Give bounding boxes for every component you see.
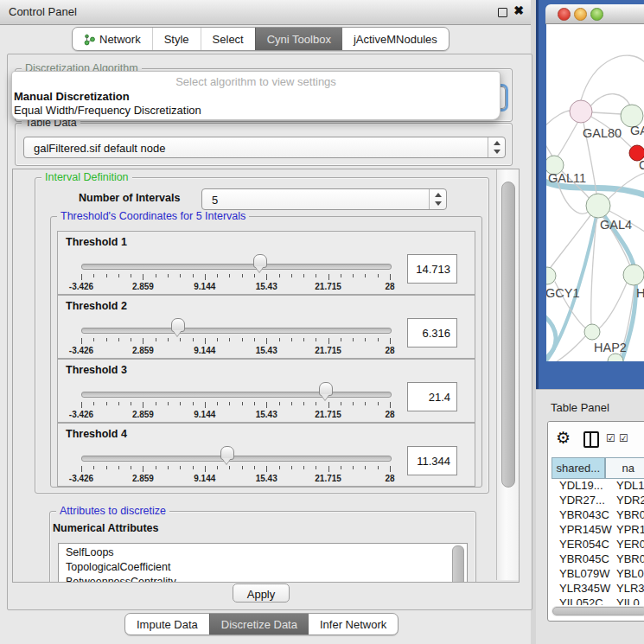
bottom-tab-infer-network[interactable]: Infer Network (309, 614, 398, 634)
threshold-3-slider-track[interactable] (81, 392, 392, 398)
list-scrollbar[interactable] (452, 545, 464, 583)
number-of-intervals-select[interactable]: 5 (201, 188, 447, 210)
table-row[interactable]: YBR045CYBR0 (552, 552, 644, 567)
top-tab-select[interactable]: Select (201, 28, 255, 50)
cell-shared-name: YBR043C (559, 508, 609, 521)
slider-tick (229, 274, 230, 277)
attribute-item-betweennesscentrality[interactable]: BetweennessCentrality (66, 575, 176, 583)
dropdown-option-equal-width[interactable]: Equal Width/Frequency Discretization (14, 103, 498, 118)
table-row[interactable]: YBR043CYBR0 (552, 508, 644, 523)
table-row[interactable]: YBL079WYBL0 (552, 567, 644, 582)
threshold-1-slider-thumb[interactable] (253, 254, 267, 268)
slider-tick (378, 338, 379, 341)
scrollbar-thumb[interactable] (501, 182, 515, 488)
table-row[interactable]: YLR345WYLR3 (552, 582, 644, 596)
slider-tick (205, 274, 206, 280)
slider-tick (131, 274, 131, 277)
slider-tick (229, 402, 230, 405)
table-data-select[interactable]: galFiltered.sif default node (23, 137, 506, 158)
column-header-na[interactable]: na (605, 457, 644, 479)
table-row[interactable]: YDR27...YDR2 (552, 494, 644, 508)
table-horizontal-scrollbar[interactable] (552, 606, 644, 616)
threshold-1-panel: Threshold 1-3.4262.8599.14415.4321.71528… (57, 231, 475, 295)
column-header-shared[interactable]: shared... (552, 457, 605, 479)
split-view-icon[interactable] (583, 431, 599, 448)
slider-tick (303, 466, 304, 469)
slider-tick (81, 274, 82, 280)
slider-tick-label: 21.715 (315, 410, 341, 419)
threshold-3-slider-thumb[interactable] (319, 382, 333, 396)
slider-tick (242, 338, 243, 341)
threshold-1-slider-track[interactable] (81, 264, 392, 270)
slider-tick (341, 402, 341, 405)
table-row[interactable]: YIL052CYIL0 (552, 596, 644, 605)
numerical-attributes-list[interactable]: SelfLoopsTopologicalCoefficientBetweenne… (58, 543, 468, 583)
slider-tick (217, 466, 218, 469)
close-traffic-light-icon[interactable] (558, 8, 571, 21)
slider-tick (365, 402, 366, 405)
network-node-hap2[interactable] (584, 324, 600, 340)
network-edge[interactable] (546, 143, 553, 157)
top-tab-network[interactable]: Network (73, 28, 152, 50)
cell-shared-name: YDR27... (559, 494, 605, 507)
slider-tick (266, 466, 267, 472)
threshold-2-slider-thumb[interactable] (171, 318, 185, 332)
table-row[interactable]: YDL19...YDL1 (552, 479, 644, 494)
threshold-4-slider-track[interactable] (81, 456, 392, 462)
slider-tick (193, 338, 194, 341)
attribute-item-selfloops[interactable]: SelfLoops (66, 545, 114, 560)
number-of-intervals-stepper[interactable] (429, 189, 446, 209)
minimize-traffic-light-icon[interactable] (574, 8, 587, 21)
network-node-label-c: C (639, 158, 644, 172)
slider-tick-label: 21.715 (315, 346, 341, 355)
threshold-4-value-field[interactable]: 11.344 (407, 446, 457, 475)
top-tab-bar: NetworkStyleSelectCyni ToolboxjActiveMNo… (72, 27, 450, 51)
zoom-traffic-light-icon[interactable] (590, 8, 603, 21)
checkbox-icon[interactable]: ☑ (606, 432, 616, 444)
dropdown-option-manual-discretization[interactable]: Manual Discretization (14, 89, 498, 104)
bottom-tab-impute-data[interactable]: Impute Data (125, 614, 209, 634)
network-edge[interactable] (546, 316, 556, 358)
network-edge[interactable] (590, 94, 630, 107)
scrollbar-vertical[interactable] (496, 169, 519, 580)
table-data-select-stepper[interactable] (488, 137, 505, 157)
table-row[interactable]: YPR145WYPR1 (552, 523, 644, 538)
apply-button[interactable]: Apply (233, 583, 290, 603)
close-icon[interactable]: ✖ (513, 3, 524, 17)
network-node-gal80-neighbor[interactable] (570, 100, 592, 123)
network-window-titlebar[interactable] (545, 4, 644, 24)
top-tab-jactivemnodules[interactable]: jActiveMNodules (342, 28, 449, 50)
slider-tick-label: 28 (385, 346, 394, 355)
float-window-icon[interactable] (498, 8, 507, 17)
slider-tick (279, 466, 280, 469)
settings-scroll-panel: Interval Definition Number of Intervals … (12, 169, 520, 583)
threshold-2-panel: Threshold 2-3.4262.8599.14415.4321.71528… (57, 295, 475, 359)
threshold-2-slider-track[interactable] (81, 328, 392, 334)
threshold-4-slider-thumb[interactable] (220, 446, 234, 460)
network-node-h[interactable] (623, 265, 644, 285)
network-edge[interactable] (592, 112, 622, 114)
bottom-tab-label: Impute Data (137, 618, 198, 631)
network-edge[interactable] (599, 281, 628, 328)
gear-icon[interactable]: ⚙ (556, 428, 571, 448)
cell-name: YBR0 (616, 508, 644, 521)
table-hscroll-thumb[interactable] (552, 607, 644, 615)
network-canvas[interactable]: GAL80GACGAL11GAL4GCY1HHAP2 (546, 24, 644, 361)
dropdown-placeholder-item[interactable]: Select algorithm to view settings (14, 74, 498, 89)
node-table: ⚙ ☑ ☑ shared...na YDL19...YDL1YDR27...YD… (547, 421, 644, 622)
bottom-tab-discretize-data[interactable]: Discretize Data (209, 614, 309, 634)
attribute-item-topologicalcoefficient[interactable]: TopologicalCoefficient (66, 560, 170, 575)
network-edge[interactable] (558, 123, 577, 156)
network-edge[interactable] (546, 111, 571, 126)
checkbox-icon[interactable]: ☑ (619, 432, 629, 444)
top-tab-style[interactable]: Style (152, 28, 201, 50)
network-node-bottom[interactable] (608, 354, 623, 361)
top-tab-cyni-toolbox[interactable]: Cyni Toolbox (255, 28, 342, 50)
attributes-group-title: Attributes to discretize (56, 505, 169, 517)
slider-tick (118, 274, 119, 277)
threshold-3-value-field[interactable]: 21.4 (407, 382, 457, 411)
network-node-gal4[interactable] (586, 194, 610, 218)
threshold-2-value-field[interactable]: 6.316 (407, 318, 457, 348)
table-row[interactable]: YER054CYER0 (552, 538, 644, 552)
threshold-1-value-field[interactable]: 14.713 (407, 254, 457, 284)
